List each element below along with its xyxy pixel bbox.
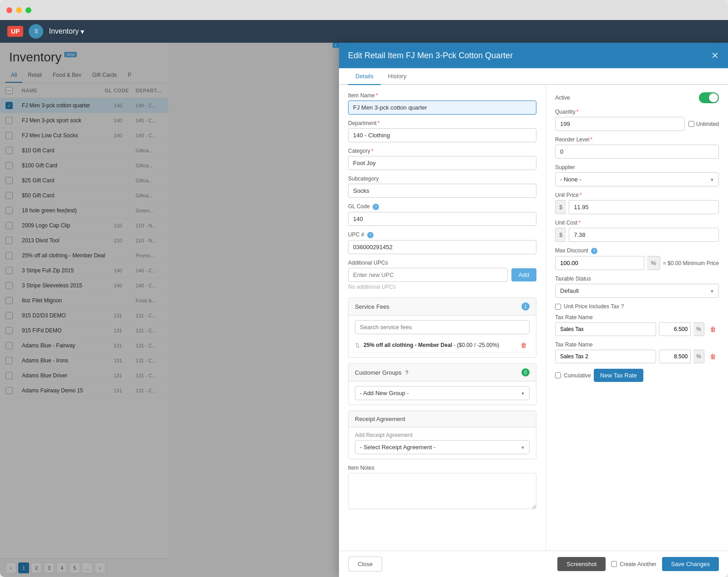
supplier-select[interactable]: - None - [555, 172, 719, 186]
quantity-label: Quantity* [555, 109, 719, 115]
unit-cost-input[interactable] [569, 228, 719, 242]
additional-upcs-group: Additional UPCs Add No additional UPCs [348, 260, 536, 292]
supplier-label: Supplier [555, 164, 719, 171]
nav-logo-up: UP [7, 26, 23, 37]
unlimited-label: Unlimited [696, 121, 719, 127]
upc-input[interactable] [348, 240, 536, 254]
subcategory-label: Subcategory [348, 176, 536, 182]
modal-left-panel: Item Name* Department* [339, 85, 546, 551]
customer-groups-title: Customer Groups ? [355, 369, 408, 376]
quantity-input[interactable] [555, 117, 685, 131]
unit-cost-label: Unit Cost* [555, 220, 719, 226]
modal-collapse-tab[interactable]: ‹ [333, 43, 339, 48]
unit-price-row: $ [555, 200, 719, 214]
taxable-status-select[interactable]: Default [555, 284, 719, 298]
reorder-level-label: Reorder Level* [555, 136, 719, 143]
service-fees-header: Service Fees 1 [349, 298, 536, 316]
category-label: Category* [348, 148, 536, 154]
tab-history[interactable]: History [381, 68, 414, 85]
add-receipt-label: Add Receipt Agreement [355, 432, 530, 438]
modal-tabs: Details History [339, 68, 728, 85]
app-window: UP S Inventory ▾ Inventory New All Retai… [0, 0, 728, 577]
new-tax-rate-button[interactable]: New Tax Rate [594, 369, 643, 382]
add-upc-input[interactable] [348, 268, 508, 282]
upc-info-icon[interactable]: ? [367, 232, 374, 238]
unlimited-check: Unlimited [688, 121, 719, 127]
save-changes-button[interactable]: Save Changes [662, 557, 719, 571]
add-upc-button[interactable]: Add [511, 268, 536, 281]
item-notes-group: Item Notes [348, 465, 536, 511]
gl-code-input[interactable] [348, 212, 536, 226]
max-discount-info-icon[interactable]: ? [591, 248, 597, 254]
modal-right-panel: Active Quantity* [546, 85, 728, 551]
unit-cost-symbol: $ [555, 228, 566, 242]
cumulative-checkbox[interactable] [555, 372, 561, 378]
add-group-select[interactable]: - Add New Group - [355, 386, 530, 400]
screenshot-button[interactable]: Screenshot [557, 557, 606, 571]
tax-rate-2-pct-icon: % [693, 350, 704, 363]
service-fee-delete-btn[interactable]: 🗑 [518, 341, 530, 350]
active-toggle[interactable] [699, 92, 719, 103]
receipt-agreement-title: Receipt Agreement [355, 416, 405, 422]
no-upcs-text: No additional UPCs [348, 282, 536, 292]
max-discount-input[interactable] [555, 256, 644, 270]
max-discount-label: Max Discount ? [555, 247, 719, 254]
unit-price-symbol: $ [555, 200, 566, 214]
mac-titlebar [0, 0, 728, 20]
tax-rate-1-pct-input[interactable] [659, 322, 691, 336]
item-name-group: Item Name* [348, 92, 536, 115]
mac-max-btn[interactable] [25, 7, 31, 13]
tax-rate-2-group: Tax Rate Name % 🗑 [555, 341, 719, 363]
nav-title-text: Inventory [49, 27, 79, 35]
unit-price-label: Unit Price* [555, 192, 719, 198]
upc-add-row: Add [348, 268, 536, 282]
tax-rate-2-row: % 🗑 [555, 350, 719, 363]
tab-details[interactable]: Details [348, 68, 381, 85]
item-notes-textarea[interactable] [348, 473, 536, 509]
subcategory-input[interactable] [348, 184, 536, 198]
tax-rate-1-delete-btn[interactable]: 🗑 [707, 325, 719, 334]
unit-price-includes-label: Unit Price Includes Tax ? [564, 303, 624, 310]
tax-rate-1-row: % 🗑 [555, 322, 719, 336]
unit-price-includes-info-icon[interactable]: ? [621, 303, 624, 310]
min-price-text: = $0.00 Minimum Price [663, 260, 719, 266]
tax-rate-1-pct-icon: % [693, 322, 704, 336]
gl-code-label: GL Code ? [348, 203, 536, 210]
taxable-status-wrapper: Default [555, 284, 719, 298]
unit-price-input[interactable] [569, 200, 719, 214]
department-input[interactable] [348, 128, 536, 142]
category-input[interactable] [348, 156, 536, 170]
receipt-agreement-section: Receipt Agreement Add Receipt Agreement … [348, 411, 536, 459]
unlimited-checkbox[interactable] [688, 121, 694, 127]
nav-logo-icon: S [29, 24, 43, 39]
modal-body: Item Name* Department* [339, 85, 728, 551]
service-fees-title: Service Fees [355, 303, 389, 310]
receipt-agreement-select[interactable]: - Select Receipt Agreement - [355, 440, 530, 454]
service-fees-search[interactable] [355, 320, 530, 334]
create-another-checkbox[interactable] [611, 561, 617, 567]
modal-close-btn[interactable]: ✕ [711, 50, 719, 61]
close-modal-button[interactable]: Close [348, 557, 382, 572]
modal-header: Edit Retail Item FJ Men 3-Pck Cotton Qua… [339, 43, 728, 68]
customer-groups-info-icon[interactable]: ? [405, 369, 408, 376]
mac-close-btn[interactable] [6, 7, 12, 13]
service-fees-count: 1 [521, 302, 530, 311]
upc-group: UPC # ? [348, 231, 536, 254]
receipt-agreement-body: Add Receipt Agreement - Select Receipt A… [349, 427, 536, 459]
reorder-level-input[interactable] [555, 145, 719, 159]
tax-rate-1-group: Tax Rate Name % 🗑 [555, 314, 719, 336]
sort-handle-icon[interactable]: ⇅ [355, 342, 360, 349]
tax-rate-2-delete-btn[interactable]: 🗑 [707, 352, 719, 361]
active-row: Active [555, 92, 719, 103]
nav-title[interactable]: Inventory ▾ [49, 27, 84, 36]
tax-rate-2-name-input[interactable] [555, 350, 656, 363]
service-fee-item: ⇅ 25% off all clothing - Member Deal - (… [355, 338, 530, 353]
modal-overlay: ‹ Edit Retail Item FJ Men 3-Pck Cotton Q… [0, 43, 728, 577]
tax-rate-1-name-input[interactable] [555, 322, 656, 336]
mac-min-btn[interactable] [16, 7, 22, 13]
tax-rate-2-pct-input[interactable] [659, 350, 691, 363]
item-name-input[interactable] [348, 100, 536, 115]
unit-price-includes-tax-checkbox[interactable] [555, 304, 561, 310]
gl-code-info-icon[interactable]: ? [373, 204, 379, 210]
main-content: Inventory New All Retail Food & Bev Gift… [0, 43, 728, 577]
